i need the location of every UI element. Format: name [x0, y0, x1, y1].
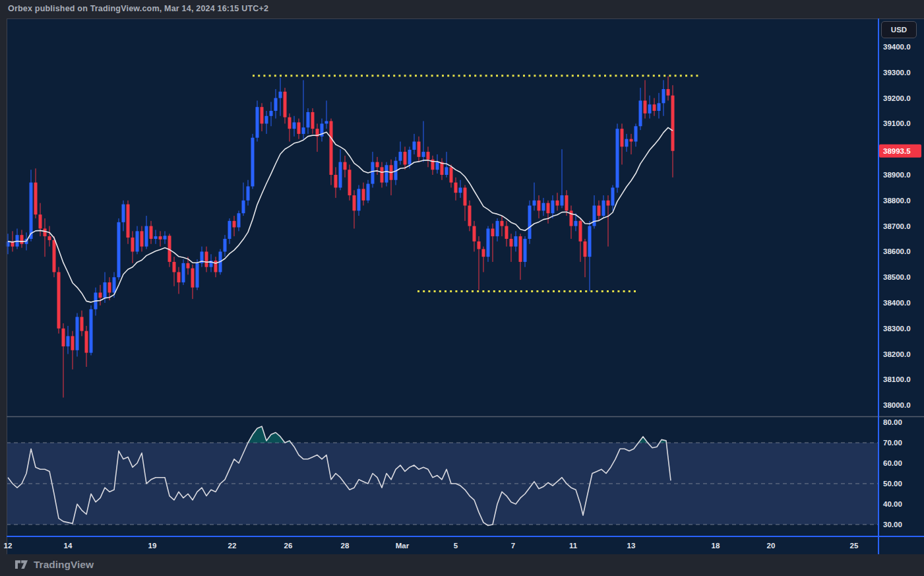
candle: [482, 249, 485, 257]
price-tick-label: 38700.0: [883, 222, 911, 230]
candle: [496, 221, 499, 236]
candle: [667, 89, 670, 96]
candle: [307, 112, 310, 127]
candle: [20, 235, 24, 244]
time-tick-label: 13: [627, 542, 636, 550]
candle: [468, 206, 472, 226]
candle: [256, 107, 259, 138]
candle: [376, 162, 379, 168]
candle: [85, 331, 88, 353]
candle: [127, 205, 130, 238]
candle: [353, 195, 356, 210]
candle: [187, 263, 190, 269]
candle: [62, 329, 65, 346]
candle: [611, 187, 615, 205]
candle: [279, 92, 282, 98]
currency-button[interactable]: USD: [881, 21, 917, 38]
time-tick-label: 20: [767, 542, 776, 550]
price-tick-label: 38900.0: [883, 171, 911, 179]
candle: [381, 167, 384, 182]
candle: [44, 228, 47, 236]
candle: [67, 336, 70, 346]
candle: [57, 272, 61, 328]
candle: [459, 187, 462, 193]
rsi-tick-label: 70.00: [883, 439, 902, 447]
candle: [247, 186, 250, 200]
candle: [607, 201, 610, 206]
candle: [274, 98, 278, 111]
candle: [330, 121, 333, 175]
candle: [630, 139, 633, 142]
candle: [131, 238, 135, 251]
candle: [542, 203, 545, 211]
candle: [574, 221, 578, 226]
candle: [145, 226, 148, 247]
tradingview-watermark[interactable]: TradingView: [15, 558, 94, 571]
candle: [579, 221, 582, 241]
candle: [224, 239, 227, 251]
candle: [233, 221, 236, 228]
candle: [265, 116, 268, 124]
candle: [122, 205, 125, 222]
candle: [551, 201, 555, 213]
candle: [399, 152, 402, 161]
candle: [371, 162, 375, 184]
candle: [362, 189, 365, 200]
candle: [501, 221, 504, 226]
candle: [71, 336, 75, 350]
candle: [671, 96, 675, 151]
candle: [436, 162, 439, 170]
candle: [473, 226, 476, 241]
candle: [104, 282, 107, 298]
time-tick-label: 18: [712, 542, 720, 550]
candle: [173, 262, 176, 272]
time-tick-label: 19: [148, 542, 157, 550]
candle: [251, 138, 255, 187]
publish-caption: Orbex published on TradingView.com, Mar …: [8, 4, 268, 13]
candle: [644, 100, 647, 113]
candle: [519, 236, 522, 262]
candle: [404, 152, 407, 164]
candle: [311, 112, 315, 129]
candle: [616, 129, 619, 187]
candle: [634, 126, 638, 141]
candle: [385, 165, 388, 182]
candle: [357, 189, 361, 210]
time-tick-label: 26: [284, 542, 293, 550]
candle: [621, 129, 624, 146]
rsi-tick-label: 80.00: [883, 418, 902, 426]
candle: [533, 201, 536, 206]
candle: [154, 236, 158, 239]
price-tick-label: 38100.0: [883, 375, 911, 383]
candle: [450, 167, 453, 182]
candle: [108, 282, 111, 293]
candle: [556, 201, 559, 206]
candle: [90, 309, 93, 353]
candle: [302, 127, 305, 134]
rsi-tick-label: 50.00: [883, 480, 902, 488]
time-tick-label: Mar: [396, 542, 410, 550]
candle: [339, 162, 342, 188]
candle: [538, 201, 541, 211]
candle: [653, 104, 656, 111]
price-tick-label: 38600.0: [883, 247, 911, 255]
candle: [598, 206, 601, 216]
candle: [196, 263, 199, 288]
candle: [625, 139, 629, 147]
candle: [593, 206, 596, 226]
candle: [445, 167, 448, 175]
price-chart[interactable]: 39400.039300.039200.039100.038900.038800…: [0, 0, 924, 576]
price-tick-label: 38000.0: [883, 401, 911, 409]
candle: [487, 228, 490, 257]
candle: [237, 213, 241, 227]
candle: [261, 107, 264, 123]
candle: [297, 122, 301, 133]
price-tick-label: 38500.0: [883, 273, 911, 281]
rsi-tick-label: 30.00: [883, 521, 902, 528]
candle: [140, 231, 144, 246]
time-tick-label: 25: [850, 542, 859, 550]
candle: [602, 201, 605, 216]
candle: [191, 269, 195, 288]
candle: [584, 241, 587, 257]
candle: [528, 206, 532, 239]
